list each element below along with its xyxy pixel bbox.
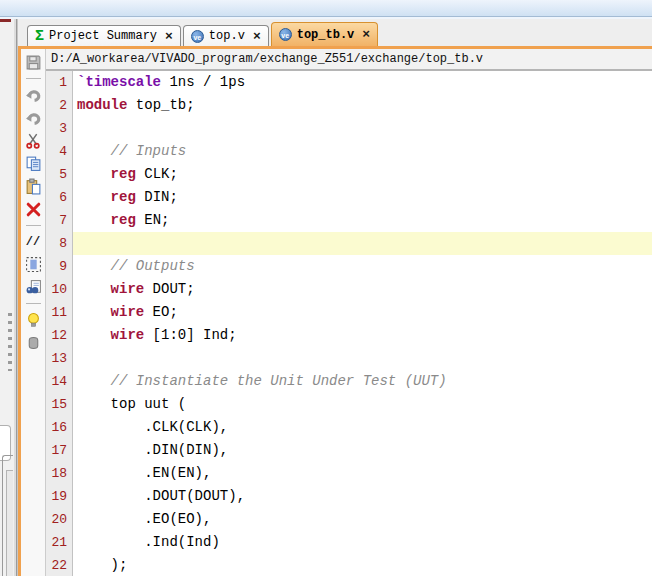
code-line[interactable]: 3 [46,117,652,140]
tab-label: top_tb.v [297,28,355,42]
code-text: .Ind(Ind) [73,531,652,554]
toolbar-separator [26,225,41,226]
code-line[interactable]: 17 .DIN(DIN), [46,439,652,462]
code-line[interactable]: 10 wire DOUT; [46,278,652,301]
code-line[interactable]: 11 wire EO; [46,301,652,324]
copy-icon[interactable] [23,153,44,174]
cropped-panel-border [2,455,13,576]
paste-icon[interactable] [23,176,44,197]
code-line[interactable]: 2module top_tb; [46,94,652,117]
code-text: .CLK(CLK), [73,416,652,439]
toolbar-separator [26,78,41,79]
window-title-bar [0,0,652,17]
code-line[interactable]: 13 [46,347,652,370]
line-number: 15 [46,393,73,416]
code-text: // Instantiate the Unit Under Test (UUT) [73,370,652,393]
code-text: wire EO; [73,301,652,324]
line-number: 14 [46,370,73,393]
code-line[interactable]: 8 [46,232,652,255]
code-line[interactable]: 21 .Ind(Ind) [46,531,652,554]
find-icon[interactable] [23,277,44,298]
tab-label: top.v [209,29,245,43]
cropped-panel-inner [6,470,13,576]
line-number: 9 [46,255,73,278]
comment-icon[interactable]: // [23,231,44,252]
code-text: .DIN(DIN), [73,439,652,462]
tab-close-icon[interactable]: × [253,29,261,44]
tab-close-icon[interactable]: × [362,27,370,42]
editor-main: D:/A_workarea/VIVADO_program/exchange_Z5… [46,49,652,576]
code-text: reg DIN; [73,186,652,209]
tab-top-tb-v[interactable]: vetop_tb.v× [271,22,378,46]
sigma-icon: Σ [35,30,44,43]
active-editor-frame: // D:/A_workarea/VIVADO_program/exchange… [18,46,652,576]
line-number: 17 [46,439,73,462]
bulb-icon[interactable] [23,309,44,330]
line-number: 19 [46,485,73,508]
code-line[interactable]: 5 reg CLK; [46,163,652,186]
verilog-file-icon: ve [191,30,204,43]
code-line[interactable]: 18 .EN(EN), [46,462,652,485]
verilog-file-icon: ve [279,28,292,41]
code-text: module top_tb; [73,94,652,117]
code-line[interactable]: 12 wire [1:0] Ind; [46,324,652,347]
tab-top-v[interactable]: vetop.v× [183,25,269,46]
line-number: 13 [46,347,73,370]
tab-label: Project Summary [49,29,157,43]
code-text: // Outputs [73,255,652,278]
splitter-handle[interactable] [8,313,12,371]
delete-icon[interactable] [23,199,44,220]
line-number: 11 [46,301,73,324]
file-path-bar: D:/A_workarea/VIVADO_program/exchange_Z5… [46,49,652,71]
code-line[interactable]: 22 ); [46,554,652,576]
code-text: top uut ( [73,393,652,416]
code-line[interactable]: 7 reg EN; [46,209,652,232]
line-number: 21 [46,531,73,554]
code-text: `timescale 1ns / 1ps [73,71,652,94]
code-line[interactable]: 19 .DOUT(DOUT), [46,485,652,508]
line-number: 3 [46,117,73,140]
code-area[interactable]: 1`timescale 1ns / 1ps2module top_tb;34 /… [46,71,652,576]
code-line[interactable]: 4 // Inputs [46,140,652,163]
line-number: 16 [46,416,73,439]
undo-icon[interactable] [23,84,44,105]
hand-icon[interactable] [23,332,44,353]
line-number: 4 [46,140,73,163]
code-text [73,232,652,255]
code-text: .EN(EN), [73,462,652,485]
code-line[interactable]: 16 .CLK(CLK), [46,416,652,439]
code-text: ); [73,554,652,576]
line-number: 18 [46,462,73,485]
line-number: 6 [46,186,73,209]
line-number: 7 [46,209,73,232]
tab-project-summary[interactable]: ΣProject Summary× [27,25,181,46]
line-number: 5 [46,163,73,186]
code-line[interactable]: 14 // Instantiate the Unit Under Test (U… [46,370,652,393]
cut-icon[interactable] [23,130,44,151]
code-text: reg CLK; [73,163,652,186]
code-line[interactable]: 9 // Outputs [46,255,652,278]
line-number: 1 [46,71,73,94]
code-line[interactable]: 15 top uut ( [46,393,652,416]
code-line[interactable]: 20 .EO(EO), [46,508,652,531]
code-text: // Inputs [73,140,652,163]
line-number: 12 [46,324,73,347]
document-tab-bar: ΣProject Summary×vetop.v×vetop_tb.v× [18,19,652,46]
save-icon[interactable] [23,52,44,73]
block-select-icon[interactable] [23,254,44,275]
tab-close-icon[interactable]: × [165,29,173,44]
line-number: 22 [46,554,73,576]
code-line[interactable]: 6 reg DIN; [46,186,652,209]
code-text [73,117,652,140]
workspace: ΣProject Summary×vetop.v×vetop_tb.v× // … [0,19,652,576]
editor-pane: ΣProject Summary×vetop.v×vetop_tb.v× // … [17,19,652,576]
code-text: wire DOUT; [73,278,652,301]
code-text [73,347,652,370]
line-number: 10 [46,278,73,301]
redo-icon[interactable] [23,107,44,128]
code-text: .EO(EO), [73,508,652,531]
code-text: .DOUT(DOUT), [73,485,652,508]
line-number: 20 [46,508,73,531]
code-line[interactable]: 1`timescale 1ns / 1ps [46,71,652,94]
editor-toolbar: // [21,49,46,576]
